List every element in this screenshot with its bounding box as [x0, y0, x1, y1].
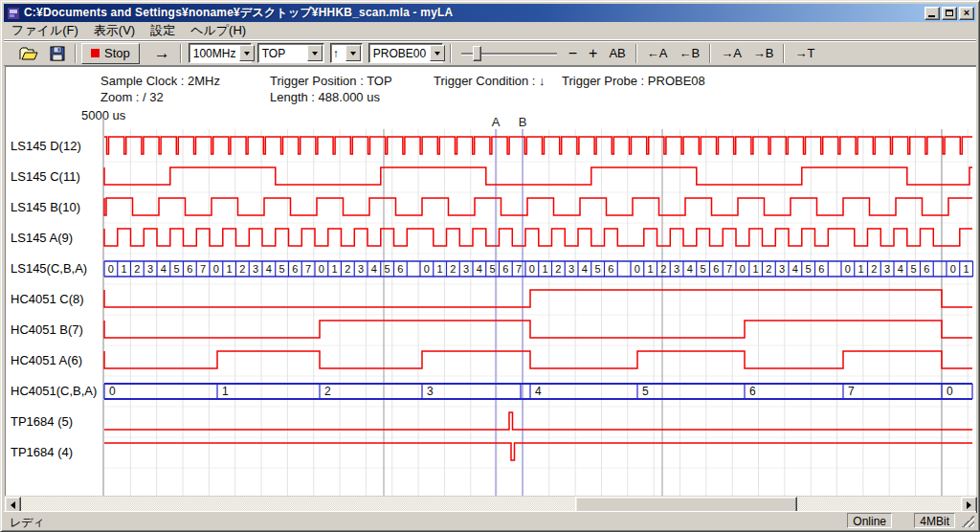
app-window: C:¥Documents and Settings¥noname¥デスクトップ¥… [0, 0, 980, 532]
trigger-position-value: TOP [258, 47, 307, 60]
menu-item-2[interactable]: 設定 [143, 21, 183, 40]
scroll-left-icon [7, 501, 15, 509]
close-icon: × [964, 8, 969, 18]
stop-button[interactable]: Stop [81, 43, 140, 64]
trigger-edge-value: ↑ [331, 47, 345, 60]
goto-marker-a-button[interactable]: ←A [642, 43, 673, 64]
zoom-slider[interactable] [461, 44, 557, 63]
trigger-edge-combo[interactable]: ↑ [330, 43, 363, 63]
minimize-button[interactable] [924, 7, 940, 20]
set-marker-a-button[interactable]: →A [716, 43, 746, 64]
trigger-probe-combo[interactable]: PROBE00 [368, 43, 443, 63]
toolbar-separator [75, 44, 77, 63]
zoom-in-button[interactable]: + [584, 43, 602, 64]
window-title: C:¥Documents and Settings¥noname¥デスクトップ¥… [24, 5, 923, 21]
app-icon [7, 7, 20, 20]
chevron-down-icon[interactable] [345, 45, 361, 61]
stop-icon [91, 49, 100, 57]
save-button[interactable] [45, 43, 70, 64]
minimize-icon [928, 15, 935, 17]
maximize-icon [946, 10, 953, 16]
trigger-position-combo[interactable]: TOP [257, 43, 324, 63]
run-arrow-icon: → [154, 44, 170, 63]
chevron-down-icon[interactable] [239, 45, 255, 61]
status-memory-badge: 4MBit [914, 513, 955, 528]
goto-marker-b-button[interactable]: ←B [674, 43, 704, 64]
toolbar: Stop → 100MHz TOP ↑ PROBE00 − + AB ←A [4, 40, 976, 66]
scroll-right-icon [967, 501, 975, 509]
open-file-button[interactable] [14, 43, 43, 64]
status-bar: レディ Online 4MBit [4, 511, 976, 529]
toolbar-separator [709, 44, 711, 63]
stop-label: Stop [104, 46, 130, 60]
floppy-disk-icon [50, 46, 65, 61]
menu-item-0[interactable]: ファイル(F) [4, 21, 86, 40]
chevron-down-icon[interactable] [430, 45, 445, 61]
menu-bar: ファイル(F)表示(V)設定ヘルプ(H) [4, 22, 976, 40]
chevron-down-icon[interactable] [307, 45, 323, 61]
set-marker-b-button[interactable]: →B [748, 43, 779, 64]
sample-clock-value: 100MHz [189, 47, 240, 60]
toolbar-separator [450, 44, 452, 63]
menu-item-1[interactable]: 表示(V) [86, 21, 143, 40]
ab-range-button[interactable]: AB [604, 43, 630, 64]
sample-clock-combo[interactable]: 100MHz [189, 43, 252, 63]
status-ready-text: レディ [10, 515, 45, 531]
menu-item-3[interactable]: ヘルプ(H) [183, 21, 254, 40]
toolbar-separator [783, 44, 785, 63]
waveform-area[interactable] [5, 66, 976, 496]
toolbar-separator [635, 44, 637, 63]
maximize-button[interactable] [942, 7, 957, 20]
resize-grip[interactable] [962, 515, 974, 527]
title-bar[interactable]: C:¥Documents and Settings¥noname¥デスクトップ¥… [4, 4, 976, 22]
goto-trigger-button[interactable]: →T [790, 43, 819, 64]
close-button[interactable]: × [959, 7, 974, 20]
zoom-slider-thumb[interactable] [473, 46, 481, 61]
run-button[interactable]: → [149, 43, 175, 64]
trigger-probe-value: PROBE00 [369, 47, 430, 60]
open-folder-icon [19, 46, 38, 61]
zoom-out-button[interactable]: − [564, 43, 582, 64]
status-online-badge: Online [847, 513, 892, 528]
toolbar-separator [180, 44, 182, 63]
